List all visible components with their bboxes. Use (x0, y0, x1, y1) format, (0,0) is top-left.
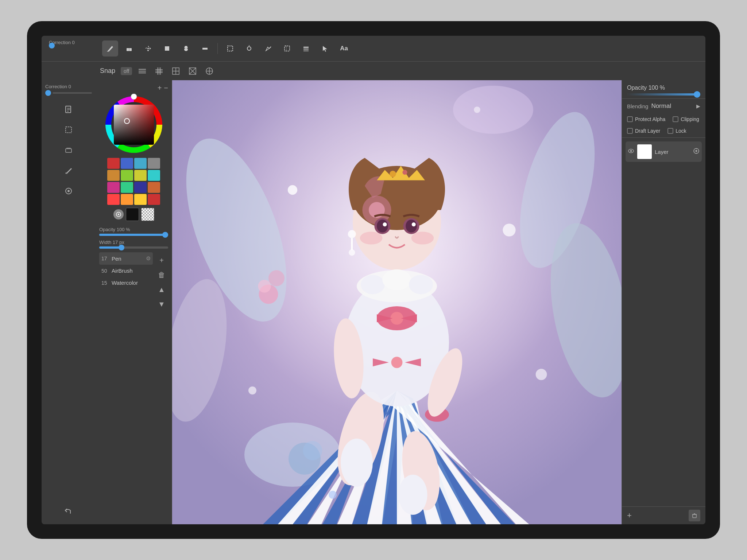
swatch-13[interactable] (121, 194, 133, 205)
move-up-brush-btn[interactable]: ▲ (155, 283, 168, 296)
swatch-14[interactable] (134, 194, 147, 205)
correction-dot[interactable] (45, 90, 51, 96)
selection-sidebar-icon[interactable] (59, 121, 78, 139)
fill-tool-btn[interactable] (159, 40, 175, 57)
svg-point-85 (406, 219, 417, 232)
background-color-swatch[interactable] (141, 208, 154, 221)
swatch-11[interactable] (148, 182, 160, 193)
lock-checkbox[interactable] (667, 128, 673, 134)
svg-point-40 (65, 172, 67, 174)
snap-off-badge[interactable]: off (121, 67, 132, 75)
swatch-3[interactable] (148, 158, 160, 169)
swatch-7[interactable] (148, 170, 160, 181)
protect-alpha-row: Protect Alpha (627, 116, 665, 122)
layers-sidebar-icon[interactable] (59, 141, 78, 159)
correction-slider-thumb[interactable] (49, 43, 55, 48)
brush-settings-0[interactable]: ⚙ (146, 255, 151, 262)
svg-rect-39 (66, 148, 71, 149)
snap-rect-icon[interactable] (169, 65, 182, 78)
svg-point-105 (630, 150, 632, 152)
snap-diagonal-icon[interactable] (186, 65, 199, 78)
new-canvas-icon[interactable] (59, 100, 78, 118)
brush-name-1: AirBrush (112, 268, 151, 274)
blending-value[interactable]: Normal (651, 102, 693, 110)
snap-circle-icon[interactable] (203, 65, 216, 78)
opacity-slider[interactable] (627, 93, 700, 96)
brush-list: 17 Pen ⚙ 50 AirBrush 15 Watercolor (99, 252, 153, 311)
swatch-10[interactable] (134, 182, 147, 193)
right-panel: Opacity 100 % Blending Normal ▶ (622, 80, 705, 524)
layer-move-tool-btn[interactable] (298, 40, 314, 57)
clipping-checkbox[interactable] (673, 116, 678, 122)
brush-tool-btn[interactable] (102, 40, 118, 57)
opacity-thumb[interactable] (162, 232, 168, 238)
pen-tool-btn[interactable] (260, 40, 276, 57)
bucket-tool-btn[interactable] (178, 40, 194, 57)
brush-sidebar-icon[interactable] (59, 162, 78, 180)
swatch-15[interactable] (148, 194, 160, 205)
layer-item-0[interactable]: Layer (626, 141, 702, 162)
clipping-label: Clipping (681, 116, 699, 122)
color-picker-icon[interactable] (113, 209, 124, 219)
artwork-container (172, 80, 622, 524)
opacity-slider-thumb[interactable] (694, 91, 700, 98)
svg-rect-38 (66, 149, 71, 152)
snap-grid-icon[interactable] (152, 65, 166, 78)
add-layer-btn[interactable]: + (627, 511, 632, 520)
color-wheel-header: + − (99, 84, 168, 92)
canvas-area[interactable] (172, 80, 622, 524)
shape-tool-btn[interactable] (197, 40, 213, 57)
width-track[interactable] (99, 246, 168, 249)
width-slider-label: Width 17 px (99, 240, 124, 245)
brush-item-watercolor[interactable]: 15 Watercolor (99, 277, 153, 289)
swatch-5[interactable] (121, 170, 133, 181)
swatch-2[interactable] (134, 158, 147, 169)
delete-swatch-btn[interactable]: − (164, 84, 168, 92)
lock-row: Lock (667, 128, 686, 134)
lasso-tool-btn[interactable] (279, 40, 295, 57)
transform-tool-btn[interactable] (140, 40, 156, 57)
protect-alpha-checkbox[interactable] (627, 116, 633, 122)
draft-layer-checkbox[interactable] (627, 128, 633, 134)
width-fill (99, 246, 120, 249)
blending-label: Blending (627, 103, 648, 109)
correction-track[interactable] (53, 92, 92, 94)
foreground-color-swatch[interactable] (126, 208, 139, 221)
text-tool-btn[interactable]: Aa (336, 40, 352, 57)
blending-arrow[interactable]: ▶ (696, 103, 700, 109)
swatch-4[interactable] (107, 170, 120, 181)
brush-item-airbrush[interactable]: 50 AirBrush (99, 265, 153, 277)
layer-settings-icon[interactable] (693, 148, 700, 156)
undo-sidebar-icon[interactable] (59, 502, 78, 521)
svg-point-88 (360, 232, 383, 244)
brush-item-pen[interactable]: 17 Pen ⚙ (99, 252, 153, 265)
move-down-brush-btn[interactable]: ▼ (155, 298, 168, 311)
delete-brush-btn[interactable]: 🗑 (155, 268, 168, 281)
swatch-6[interactable] (134, 170, 147, 181)
color-wheel[interactable] (103, 94, 165, 156)
tablet-device: Correction 0 (27, 21, 720, 539)
swatch-12[interactable] (107, 194, 120, 205)
color-sidebar-icon[interactable] (59, 182, 78, 200)
svg-point-96 (288, 185, 297, 195)
swatch-9[interactable] (121, 182, 133, 193)
main-area: Correction 0 (42, 80, 705, 524)
opacity-value-label: Opacity 100 % (627, 85, 700, 91)
snap-lines-icon[interactable] (136, 65, 149, 78)
eraser-tool-btn[interactable] (121, 40, 137, 57)
color-section (99, 94, 168, 221)
left-sidebar: Correction 0 (42, 80, 96, 524)
add-swatch-btn[interactable]: + (158, 84, 162, 92)
opacity-track[interactable] (99, 234, 168, 236)
swatch-1[interactable] (121, 158, 133, 169)
swatch-8[interactable] (107, 182, 120, 193)
delete-layer-btn[interactable] (689, 510, 700, 521)
selection-tool-btn[interactable] (222, 40, 238, 57)
layer-visibility-icon[interactable] (628, 148, 634, 156)
eyedropper-tool-btn[interactable] (241, 40, 257, 57)
opacity-slider-fill (627, 93, 700, 96)
cursor-tool-btn[interactable] (317, 40, 333, 57)
swatch-0[interactable] (107, 158, 120, 169)
add-brush-btn[interactable]: + (155, 254, 168, 267)
width-thumb[interactable] (119, 245, 124, 250)
